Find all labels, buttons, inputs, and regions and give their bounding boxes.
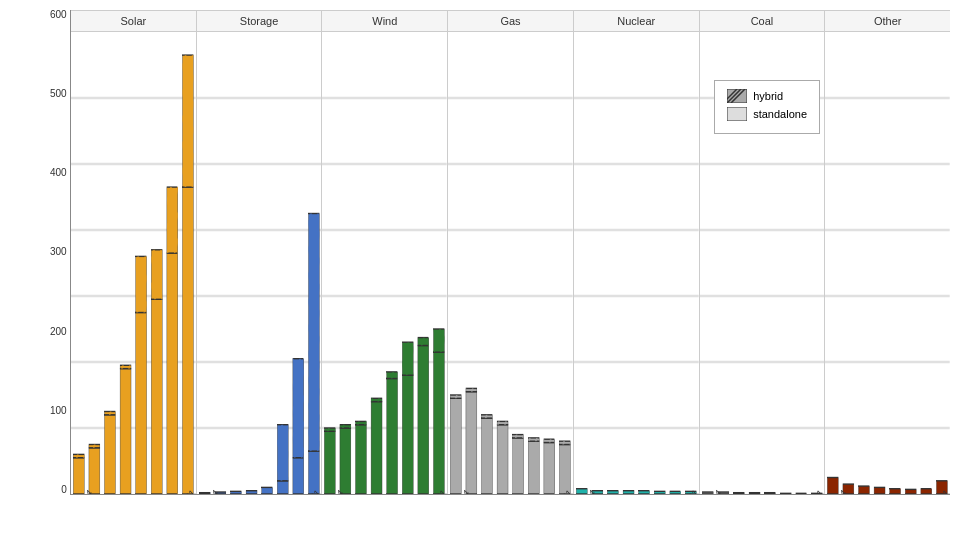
svg-rect-80 [727, 107, 747, 121]
solar-facet-svg [71, 32, 196, 494]
bar-standalone [733, 493, 744, 494]
other-facet-body: 20142021 [825, 32, 950, 494]
storage-facet-svg [197, 32, 322, 494]
bar-standalone [560, 445, 571, 495]
y-tick-300: 300 [50, 247, 67, 257]
other-facet-svg [825, 32, 950, 494]
coal-facet-title: Coal [700, 10, 825, 32]
solar-facet-body: 20142021 [71, 32, 196, 494]
legend-standalone-label: standalone [753, 108, 807, 120]
bar-standalone [874, 487, 885, 494]
bar-standalone [670, 491, 681, 494]
bar-hybrid [120, 365, 131, 368]
bar-standalone [607, 491, 618, 494]
gas-facet-svg [448, 32, 573, 494]
bar-standalone [890, 489, 901, 494]
wind-facet: Wind20142021 [322, 10, 448, 494]
bar-standalone [325, 431, 336, 494]
bar-hybrid [482, 415, 493, 418]
bar-standalone [356, 425, 367, 494]
bar-standalone [182, 187, 193, 494]
bar-hybrid [434, 329, 445, 352]
gas-facet-body: 20142021 [448, 32, 573, 494]
bar-standalone [73, 458, 84, 494]
bar-standalone [136, 313, 147, 495]
bar-hybrid [356, 421, 367, 424]
bar-standalone [921, 489, 932, 494]
legend-standalone: standalone [727, 107, 807, 121]
bar-standalone [105, 415, 116, 494]
nuclear-facet-body: 20142021 [574, 32, 699, 494]
bar-standalone [859, 486, 870, 494]
bar-hybrid [73, 454, 84, 457]
bar-standalone [795, 493, 806, 494]
bar-standalone [418, 346, 429, 495]
bar-standalone [120, 369, 131, 494]
bar-standalone [261, 487, 272, 494]
bar-standalone [167, 253, 178, 494]
bar-standalone [434, 352, 445, 494]
bar-standalone [497, 425, 508, 494]
bar-hybrid [544, 439, 555, 442]
bar-hybrid [151, 250, 162, 299]
gas-facet: Gas20142021 [448, 10, 574, 494]
bar-hybrid [450, 395, 461, 398]
bar-standalone [639, 491, 650, 494]
bar-hybrid [418, 338, 429, 346]
bar-hybrid [466, 388, 477, 391]
bar-standalone [749, 493, 760, 494]
bar-standalone [89, 448, 100, 494]
bar-hybrid [89, 445, 100, 448]
wind-facet-body: 20142021 [322, 32, 447, 494]
bar-standalone [764, 493, 775, 494]
gas-facet-title: Gas [448, 10, 573, 32]
solar-facet-title: Solar [71, 10, 196, 32]
legend: hybrid standalone [714, 80, 820, 134]
chart-container: 600 500 400 300 200 100 0 Solar20142021S… [0, 0, 960, 545]
bar-standalone [246, 491, 257, 494]
wind-facet-title: Wind [322, 10, 447, 32]
bar-standalone [528, 441, 539, 494]
y-tick-500: 500 [50, 89, 67, 99]
bar-standalone [780, 493, 791, 494]
bar-hybrid [136, 256, 147, 312]
y-axis: 600 500 400 300 200 100 0 [50, 10, 71, 495]
bar-hybrid [528, 438, 539, 441]
nuclear-facet: Nuclear20142021 [574, 10, 700, 494]
bar-hybrid [403, 342, 414, 375]
bar-standalone [450, 398, 461, 494]
wind-facet-svg [322, 32, 447, 494]
other-facet-title: Other [825, 10, 950, 32]
bar-standalone [293, 458, 304, 494]
y-tick-100: 100 [50, 406, 67, 416]
other-facet: Other20142021 [825, 10, 950, 494]
nuclear-facet-title: Nuclear [574, 10, 699, 32]
bar-standalone [403, 375, 414, 494]
solar-facet: Solar20142021 [71, 10, 197, 494]
bar-standalone [513, 438, 524, 494]
legend-hybrid-label: hybrid [753, 90, 783, 102]
bar-standalone [482, 418, 493, 494]
bar-hybrid [293, 359, 304, 458]
bar-hybrid [167, 187, 178, 253]
nuclear-facet-svg [574, 32, 699, 494]
bar-standalone [372, 402, 383, 494]
y-tick-200: 200 [50, 327, 67, 337]
bar-hybrid [105, 412, 116, 415]
bar-standalone [466, 392, 477, 494]
legend-hybrid: hybrid [727, 89, 807, 103]
storage-facet-title: Storage [197, 10, 322, 32]
bar-hybrid [325, 428, 336, 431]
y-tick-0: 0 [61, 485, 67, 495]
y-tick-600: 600 [50, 10, 67, 20]
bar-standalone [623, 491, 634, 494]
bar-standalone [151, 299, 162, 494]
y-tick-400: 400 [50, 168, 67, 178]
bar-standalone [387, 379, 398, 495]
bar-hybrid [182, 55, 193, 187]
bar-hybrid [387, 372, 398, 379]
bar-hybrid [277, 425, 288, 481]
bar-standalone [906, 489, 917, 494]
legend-hybrid-swatch [727, 89, 747, 103]
bar-hybrid [372, 398, 383, 401]
